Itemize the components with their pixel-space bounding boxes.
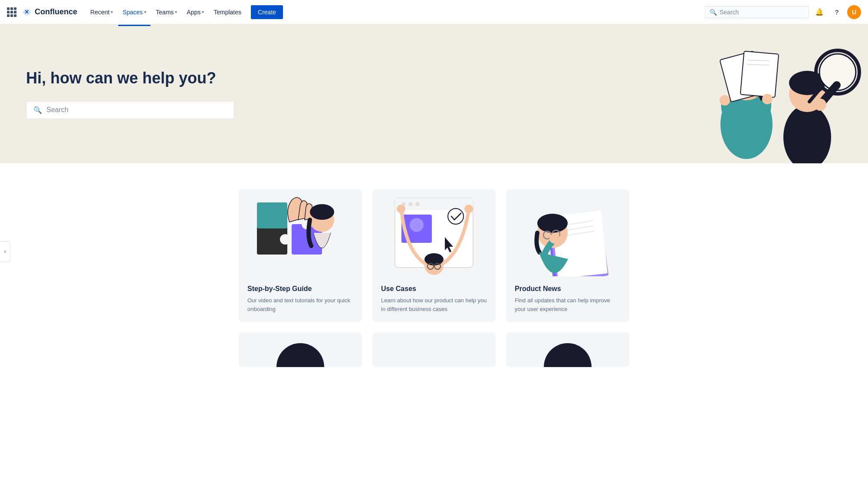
svg-point-32 <box>415 202 420 206</box>
use-cases-illustration <box>378 189 490 276</box>
navbar-left: ✕ Confluence Recent ▾ Spaces ▾ Teams ▾ A… <box>7 5 283 19</box>
step-guide-illustration <box>244 189 357 276</box>
card-step-by-step-desc: Our video and text tutorials for your qu… <box>247 296 353 313</box>
card-step-by-step[interactable]: Step-by-Step Guide Our video and text tu… <box>239 189 362 322</box>
svg-point-57 <box>544 343 592 367</box>
logo[interactable]: ✕ Confluence <box>22 7 77 17</box>
hero-illustration-svg <box>625 24 868 163</box>
navbar-right: 🔍 Search 🔔 ? U <box>705 5 861 19</box>
svg-rect-29 <box>395 205 473 210</box>
hero-search-placeholder: Search <box>46 106 69 114</box>
svg-point-26 <box>310 204 334 220</box>
nav-search-icon: 🔍 <box>710 9 717 16</box>
card-use-cases-title: Use Cases <box>381 285 487 293</box>
apps-chevron-icon: ▾ <box>202 10 204 14</box>
help-button[interactable]: ? <box>830 5 844 19</box>
help-icon: ? <box>835 8 838 16</box>
notifications-button[interactable]: 🔔 <box>812 5 826 19</box>
card-step-by-step-title: Step-by-Step Guide <box>247 285 353 293</box>
hero-search-bar[interactable]: 🔍 Search <box>26 101 234 119</box>
bell-icon: 🔔 <box>815 8 824 16</box>
card-product-news[interactable]: Product News Find all updates that can h… <box>506 189 629 322</box>
nav-teams[interactable]: Teams ▾ <box>151 6 181 18</box>
card-use-cases-body: Use Cases Learn about how our product ca… <box>372 276 496 322</box>
recent-chevron-icon: ▾ <box>111 10 113 14</box>
svg-point-42 <box>464 205 473 213</box>
nav-templates[interactable]: Templates <box>209 6 246 18</box>
svg-point-37 <box>424 253 444 265</box>
cards-grid: Step-by-Step Guide Our video and text tu… <box>239 189 629 322</box>
card-product-news-desc: Find all updates that can help improve y… <box>515 296 621 313</box>
nav-items: Recent ▾ Spaces ▾ Teams ▾ Apps ▾ Templat… <box>86 6 246 18</box>
svg-text:✕: ✕ <box>24 9 29 15</box>
product-news-illustration <box>511 189 624 276</box>
svg-point-23 <box>280 234 290 245</box>
svg-rect-22 <box>257 202 287 228</box>
bottom-card-1-illustration <box>244 332 357 367</box>
card-use-cases[interactable]: Use Cases Learn about how our product ca… <box>372 189 496 322</box>
user-avatar[interactable]: U <box>847 5 861 19</box>
card-use-cases-desc: Learn about how our product can help you… <box>381 296 487 313</box>
nav-search-bar[interactable]: 🔍 Search <box>705 6 809 18</box>
logo-text: Confluence <box>35 7 77 17</box>
card-product-news-title: Product News <box>515 285 621 293</box>
card-step-by-step-body: Step-by-Step Guide Our video and text tu… <box>239 276 362 322</box>
hero-illustration <box>625 24 868 163</box>
main-content: Step-by-Step Guide Our video and text tu… <box>0 163 868 393</box>
bottom-cards-grid <box>239 332 629 367</box>
card-use-cases-image <box>372 189 496 276</box>
confluence-logo-icon: ✕ <box>22 7 32 17</box>
hero-content: Hi, how can we help you? 🔍 Search <box>26 69 286 119</box>
hero-section: Hi, how can we help you? 🔍 Search <box>0 24 868 163</box>
grid-menu-icon[interactable] <box>7 7 16 17</box>
svg-point-11 <box>720 95 730 106</box>
nav-spaces[interactable]: Spaces ▾ <box>118 6 151 18</box>
spaces-chevron-icon: ▾ <box>144 10 146 14</box>
svg-point-54 <box>549 233 560 244</box>
svg-point-13 <box>783 105 831 163</box>
chevron-right-icon: › <box>4 248 6 255</box>
svg-rect-6 <box>740 51 779 98</box>
navbar: ✕ Confluence Recent ▾ Spaces ▾ Teams ▾ A… <box>0 0 868 24</box>
hero-title: Hi, how can we help you? <box>26 69 286 87</box>
create-button[interactable]: Create <box>251 5 283 19</box>
svg-point-41 <box>397 205 405 213</box>
nav-recent[interactable]: Recent ▾ <box>86 6 117 18</box>
svg-point-12 <box>762 94 773 104</box>
hero-search-icon: 🔍 <box>33 106 42 114</box>
bottom-card-3[interactable] <box>506 332 629 367</box>
card-product-news-image <box>506 189 629 276</box>
sidebar-toggle[interactable]: › <box>0 241 10 262</box>
bottom-card-2[interactable] <box>372 332 496 367</box>
svg-point-19 <box>814 99 826 111</box>
nav-apps[interactable]: Apps ▾ <box>182 6 208 18</box>
bottom-card-3-illustration <box>511 332 624 367</box>
svg-point-34 <box>410 218 424 232</box>
svg-point-50 <box>537 214 568 233</box>
bottom-card-1[interactable] <box>239 332 362 367</box>
card-product-news-body: Product News Find all updates that can h… <box>506 276 629 322</box>
svg-point-56 <box>285 344 316 364</box>
teams-chevron-icon: ▾ <box>175 10 177 14</box>
svg-point-31 <box>408 202 413 206</box>
card-step-by-step-image <box>239 189 362 276</box>
